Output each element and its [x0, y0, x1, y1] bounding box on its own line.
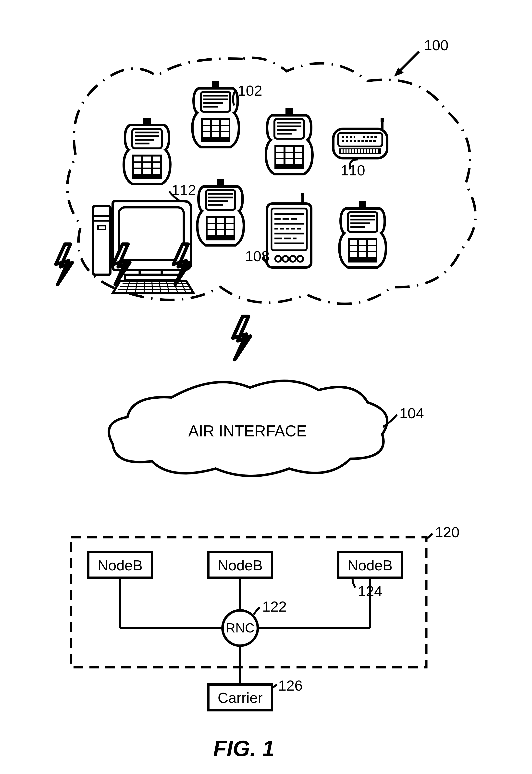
phone-icon — [339, 201, 386, 268]
ref-126: 126 — [278, 677, 303, 694]
carrier-label: Carrier — [208, 689, 272, 706]
diagram-svg — [0, 0, 532, 774]
lightning-icon — [233, 317, 250, 360]
rnc-label: RNC — [223, 620, 257, 636]
ref-124: 124 — [358, 583, 382, 600]
leader-124 — [353, 578, 355, 588]
leader-122 — [254, 607, 260, 615]
ref-102: 102 — [238, 82, 262, 99]
svg-rect-27 — [341, 149, 343, 153]
ref-arrow-100 — [394, 51, 419, 76]
svg-line-68 — [152, 281, 152, 293]
ref-120: 120 — [435, 524, 459, 541]
phone-icon — [192, 81, 239, 147]
svg-rect-36 — [367, 149, 369, 153]
ref-122: 122 — [262, 598, 287, 615]
svg-rect-61 — [125, 275, 179, 280]
phone-icon — [124, 118, 170, 184]
ref-104: 104 — [399, 405, 424, 422]
svg-rect-28 — [344, 149, 346, 153]
lightning-icon — [56, 244, 73, 285]
svg-rect-37 — [370, 149, 372, 153]
ref-112: 112 — [172, 181, 196, 199]
svg-rect-35 — [364, 149, 366, 153]
svg-rect-20 — [381, 118, 384, 122]
patent-figure-page: 100 102 110 112 108 104 120 122 124 126 … — [0, 0, 532, 774]
nodeb-label-2: NodeB — [208, 557, 272, 574]
figure-title: FIG. 1 — [213, 736, 274, 761]
svg-rect-41 — [301, 193, 304, 196]
svg-rect-31 — [352, 149, 354, 153]
air-interface-label: AIR INTERFACE — [186, 422, 309, 440]
ref-110: 110 — [341, 162, 365, 179]
svg-rect-38 — [373, 149, 375, 153]
svg-line-67 — [144, 281, 145, 293]
svg-rect-33 — [358, 149, 360, 153]
svg-rect-34 — [361, 149, 363, 153]
pager-icon — [333, 118, 387, 158]
svg-rect-30 — [349, 149, 351, 153]
svg-rect-29 — [346, 149, 348, 153]
ref-100: 100 — [424, 37, 448, 54]
nodeb-label-1: NodeB — [88, 557, 152, 574]
phone-icon — [197, 179, 244, 245]
svg-rect-32 — [355, 149, 357, 153]
pda-icon — [267, 193, 311, 268]
ref-108: 108 — [245, 248, 270, 265]
phone-icon — [266, 108, 312, 174]
svg-rect-39 — [376, 149, 378, 153]
nodeb-label-3: NodeB — [338, 557, 402, 574]
